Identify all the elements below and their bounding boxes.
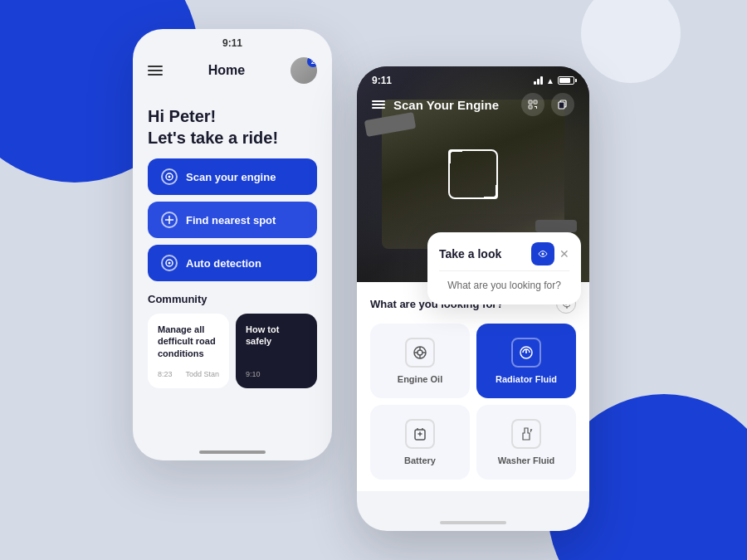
scan-frame <box>448 149 498 199</box>
fluid-grid: Engine Oil Radiator Fluid <box>370 324 576 480</box>
grid-item-engine-oil[interactable]: Engine Oil <box>370 324 470 398</box>
greeting-line1: Hi Peter! <box>148 107 216 125</box>
svg-rect-15 <box>559 102 564 109</box>
scan-icon <box>161 168 178 185</box>
community-section: Community Manage all defficult road cond… <box>133 281 332 397</box>
card-meta-2: 9:10 <box>246 370 307 378</box>
card-title-1: Manage all defficult road conditions <box>158 324 219 359</box>
avatar[interactable]: 2 <box>290 57 317 84</box>
radiator-fluid-icon <box>511 338 541 368</box>
popup-actions: ✕ <box>531 242 569 265</box>
popup-title: Take a look <box>439 247 501 261</box>
phone-right: 9:11 ▲ Scan Your Engine <box>357 66 589 531</box>
card-author-1: Todd Stan <box>185 370 219 378</box>
page-title-right: Scan Your Engine <box>393 98 521 112</box>
svg-point-19 <box>417 350 422 355</box>
washer-fluid-icon <box>511 419 541 449</box>
copy-button[interactable] <box>551 93 574 116</box>
page-title-left: Home <box>208 63 245 78</box>
hamburger-right[interactable] <box>372 100 385 109</box>
nav-icons-right <box>521 93 574 116</box>
detection-icon <box>161 255 178 271</box>
card-title-2: How tot safely <box>246 324 307 348</box>
time-right: 9:11 <box>372 75 392 86</box>
scan-engine-button[interactable]: Scan your engine <box>148 158 317 195</box>
status-bar-left: 9:11 <box>133 29 332 52</box>
location-icon <box>161 212 178 228</box>
scan-engine-label: Scan your engine <box>186 171 276 183</box>
battery-grid-icon <box>405 419 435 449</box>
signal-icon <box>534 76 543 85</box>
popup-divider <box>439 270 569 271</box>
popup-question: What are you looking for? <box>439 276 569 295</box>
community-cards: Manage all defficult road conditions 8:2… <box>148 314 317 388</box>
popup-header: Take a look ✕ <box>439 242 569 265</box>
community-card-2[interactable]: How tot safely 9:10 <box>236 314 317 388</box>
svg-rect-13 <box>536 106 537 109</box>
engine-pipe2 <box>535 220 577 232</box>
action-buttons: Scan your engine Find nearest spot Auto … <box>133 158 332 281</box>
svg-rect-9 <box>530 102 531 103</box>
find-nearest-label: Find nearest spot <box>186 214 276 226</box>
home-indicator-left <box>199 450 266 454</box>
take-a-look-popup: Take a look ✕ What are you looking for? <box>427 232 581 304</box>
home-indicator-right <box>440 521 506 524</box>
svg-rect-10 <box>535 102 536 103</box>
status-bar-right: 9:11 ▲ <box>357 66 589 90</box>
svg-point-1 <box>168 176 171 178</box>
grid-item-battery[interactable]: Battery <box>370 405 470 480</box>
svg-point-26 <box>525 352 527 353</box>
battery-label: Battery <box>404 455 436 465</box>
greeting-section: Hi Peter! Let's take a ride! <box>133 92 332 158</box>
community-card-1[interactable]: Manage all defficult road conditions 8:2… <box>148 314 229 388</box>
grid-item-radiator-fluid[interactable]: Radiator Fluid <box>476 324 576 398</box>
card-meta-1: 8:23 Todd Stan <box>158 370 219 378</box>
engine-oil-label: Engine Oil <box>398 374 442 384</box>
grid-item-washer-fluid[interactable]: Washer Fluid <box>476 405 576 480</box>
bottom-section: What are you looking for? <box>357 282 589 491</box>
phone-left: 9:11 Home 2 Hi Peter! Let's take a ride!… <box>133 29 332 460</box>
engine-oil-icon <box>405 338 435 368</box>
radiator-fluid-label: Radiator Fluid <box>496 374 557 384</box>
card-time-2: 9:10 <box>246 370 261 378</box>
eye-button[interactable] <box>531 242 554 265</box>
nav-bar-right: Scan Your Engine <box>357 88 589 121</box>
auto-detection-label: Auto detection <box>186 257 261 270</box>
qr-button[interactable] <box>521 93 544 116</box>
time-left: 9:11 <box>222 37 242 49</box>
greeting-line2: Let's take a ride! <box>148 129 278 147</box>
battery-icon <box>558 76 574 85</box>
hamburger-menu[interactable] <box>148 66 163 75</box>
washer-fluid-label: Washer Fluid <box>498 455 555 465</box>
svg-point-16 <box>542 253 544 256</box>
status-icons-right: ▲ <box>534 76 574 85</box>
community-label: Community <box>148 293 317 305</box>
svg-point-5 <box>168 262 171 265</box>
auto-detection-button[interactable]: Auto detection <box>148 245 317 281</box>
nav-bar-left: Home 2 <box>133 52 332 92</box>
wifi-icon: ▲ <box>546 76 554 85</box>
popup-close-button[interactable]: ✕ <box>559 247 569 261</box>
find-nearest-button[interactable]: Find nearest spot <box>148 202 317 238</box>
svg-rect-11 <box>530 107 531 108</box>
notification-badge: 2 <box>307 57 317 67</box>
card-time-1: 8:23 <box>158 370 173 378</box>
